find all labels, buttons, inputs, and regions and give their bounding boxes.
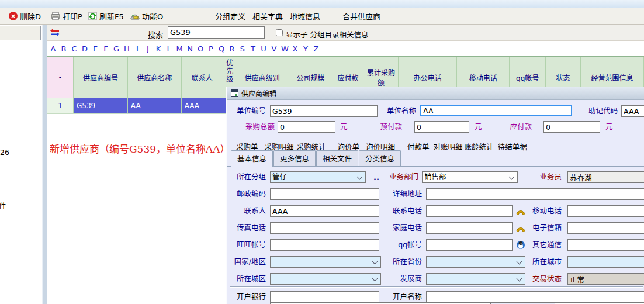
mnemonic-input[interactable]	[621, 105, 644, 117]
address-input[interactable]	[426, 188, 644, 200]
dialog-tabs: 基本信息 更多信息 相关文件 分类信息	[227, 153, 644, 167]
purchase-total-input[interactable]	[278, 121, 335, 133]
col-header-supplier-code[interactable]: 供应商编号	[74, 57, 128, 98]
city-input[interactable]	[567, 256, 644, 268]
district-combo[interactable]	[270, 273, 381, 285]
supplier-name-cell: AA	[128, 98, 182, 113]
alpha-link[interactable]: U	[260, 44, 267, 53]
refresh-button[interactable]: 刷新F5	[86, 8, 126, 24]
alpha-link[interactable]: I	[134, 44, 141, 53]
alpha-link[interactable]: F	[102, 44, 109, 53]
col-header-contact[interactable]: 联系人	[182, 57, 223, 98]
prepay-unit: 元	[475, 121, 482, 133]
zip-input[interactable]	[270, 188, 379, 200]
unit-name-input[interactable]	[420, 105, 572, 116]
alpha-link[interactable]: E	[92, 44, 99, 53]
link-aging-stats[interactable]: 账龄统计	[465, 141, 494, 152]
country-combo[interactable]	[270, 256, 381, 268]
print-hotkey: P	[78, 12, 82, 21]
tab-related-files[interactable]: 相关文件	[316, 150, 358, 166]
refresh-icon	[88, 12, 97, 20]
email-input[interactable]	[567, 222, 644, 234]
alpha-link[interactable]: B	[60, 44, 67, 53]
zip-label: 邮政编码	[227, 188, 266, 200]
function-icon	[130, 12, 140, 20]
annotation-text: 新增供应商（编号G539，单位名称AA）	[50, 141, 230, 156]
bank-input[interactable]	[270, 291, 379, 303]
row-number-cell: 1	[47, 98, 74, 113]
alpha-link[interactable]: W	[281, 44, 288, 53]
menu-related-dict[interactable]: 相关字典	[252, 11, 283, 22]
salesman-label: 业务员	[501, 171, 562, 183]
qq-input[interactable]	[426, 239, 513, 251]
other-contact-label: 其它通信	[501, 239, 562, 251]
district-label: 所在城区	[227, 273, 266, 285]
menu-group-define[interactable]: 分组定义	[215, 11, 245, 22]
alpha-link[interactable]: G	[113, 44, 120, 53]
show-subgroup-checkbox[interactable]	[276, 29, 283, 36]
alpha-link[interactable]: S	[239, 44, 246, 53]
home-tel-input[interactable]	[426, 222, 513, 234]
tel-label: 联系电话	[368, 205, 422, 217]
alpha-link[interactable]: C	[71, 44, 78, 53]
alpha-link[interactable]: A	[50, 44, 57, 53]
alpha-link[interactable]: M	[176, 44, 183, 53]
alpha-link[interactable]: P	[207, 44, 214, 53]
salesman-input[interactable]	[567, 171, 644, 183]
link-reconcile-detail[interactable]: 对账明细	[434, 141, 463, 152]
print-button-label: 打印	[63, 12, 78, 21]
link-pending-docs[interactable]: 待结单据	[498, 141, 527, 152]
menu-merge-supplier[interactable]: 合并供应商	[342, 11, 380, 22]
alpha-link[interactable]: Y	[302, 44, 309, 53]
tab-category-info[interactable]: 分类信息	[359, 150, 401, 166]
alpha-link[interactable]: Z	[313, 44, 320, 53]
home-tel-label: 家庭电话	[368, 222, 422, 234]
alpha-link[interactable]: R	[228, 44, 236, 53]
mobile-input[interactable]	[567, 205, 644, 217]
alpha-link[interactable]: D	[81, 44, 88, 53]
tel-input[interactable]	[426, 205, 513, 217]
delete-button[interactable]: × 删除D	[7, 8, 43, 24]
alpha-link[interactable]: H	[123, 44, 130, 53]
country-label: 国家/地区	[227, 256, 266, 268]
alpha-link[interactable]: V	[271, 44, 278, 53]
function-button[interactable]: 功能O	[129, 8, 165, 24]
address-label: 详细地址	[368, 188, 422, 200]
alpha-link[interactable]: N	[186, 44, 193, 53]
other-contact-input[interactable]	[567, 239, 644, 251]
col-header-supplier-name[interactable]: 供应商名称	[128, 57, 182, 98]
menu-region-info[interactable]: 地域信息	[290, 11, 320, 22]
alpha-link[interactable]: L	[165, 44, 172, 53]
search-input[interactable]	[168, 26, 265, 39]
alpha-link[interactable]: X	[292, 44, 299, 53]
show-subgroup-checkbox-label: 显示子 分组目录相关信息	[286, 29, 368, 40]
dialog-title: 供应商编辑	[241, 88, 276, 98]
tab-more-info[interactable]: 更多信息	[273, 150, 316, 166]
alpha-link[interactable]: O	[197, 44, 204, 53]
account-name-input[interactable]	[426, 291, 644, 303]
alpha-link[interactable]: J	[144, 44, 151, 53]
sidebar-header-box	[0, 26, 41, 40]
alpha-link[interactable]: K	[155, 44, 162, 53]
toolbar-menus: 分组定义 相关字典 地域信息 合并供应商	[215, 8, 380, 24]
search-label: 搜索	[148, 29, 163, 40]
dialog-titlebar: 供应商编辑	[227, 87, 644, 100]
col-header-rownum[interactable]: -	[47, 57, 74, 98]
link-payment-order[interactable]: 付款单	[407, 141, 430, 152]
wangwang-input[interactable]	[270, 239, 379, 251]
alpha-link[interactable]: Q	[218, 44, 225, 53]
panel-splitter[interactable]	[42, 25, 47, 304]
swap-arrows-icon[interactable]	[50, 29, 60, 36]
payable-input[interactable]	[543, 121, 600, 133]
bank-label: 开户银行	[227, 291, 266, 303]
function-hotkey: O	[157, 12, 163, 21]
print-button[interactable]: 打印P	[49, 8, 84, 24]
contact-input[interactable]	[270, 205, 379, 217]
alpha-link[interactable]: T	[250, 44, 257, 53]
prepay-input[interactable]	[414, 121, 469, 133]
fax-input[interactable]	[270, 222, 379, 234]
developer-label: 发展商	[368, 273, 422, 285]
group-combo[interactable]: 管仔	[270, 171, 366, 183]
refresh-hotkey: F5	[115, 12, 124, 21]
tab-basic-info[interactable]: 基本信息	[231, 150, 273, 167]
